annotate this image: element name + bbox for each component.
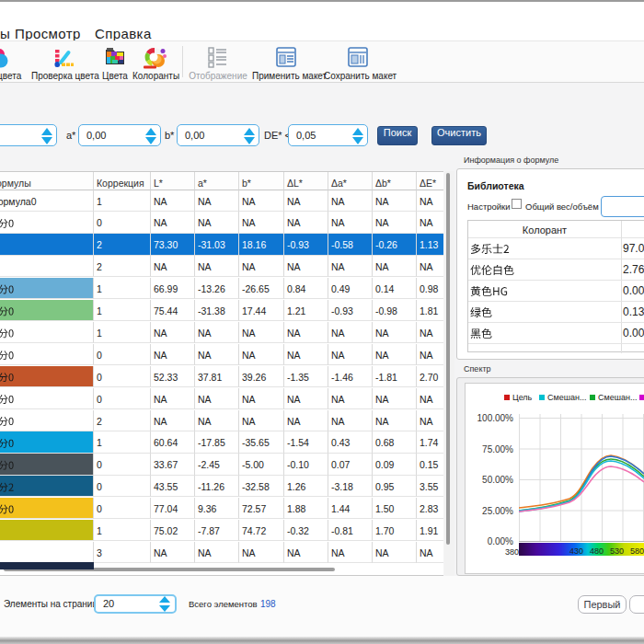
svg-text:580: 580 bbox=[630, 546, 644, 556]
svg-text:430: 430 bbox=[569, 546, 583, 556]
svg-text:530: 530 bbox=[610, 546, 624, 556]
svg-text:480: 480 bbox=[590, 546, 604, 556]
